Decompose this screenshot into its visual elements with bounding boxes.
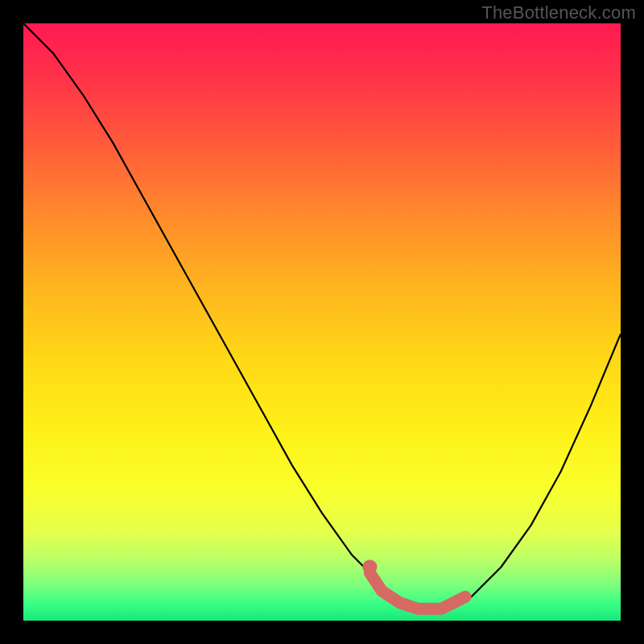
- watermark-text: TheBottleneck.com: [481, 2, 636, 23]
- chart-plot-area: [23, 23, 621, 621]
- accent-valley: [369, 573, 465, 609]
- chart-stage: TheBottleneck.com: [0, 0, 644, 644]
- chart-svg: [23, 23, 621, 621]
- accent-dot: [362, 559, 377, 574]
- bottleneck-curve: [23, 23, 621, 609]
